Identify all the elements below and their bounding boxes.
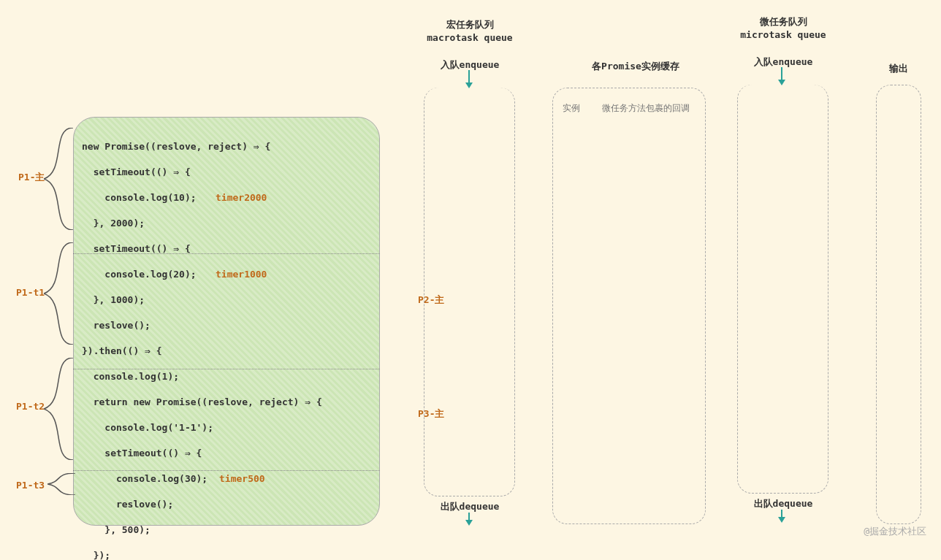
macrotask-enqueue-label: 入队enqueue — [397, 58, 543, 72]
microtask-queue-box — [737, 85, 828, 494]
macrotask-dequeue-label: 出队dequeue — [397, 500, 543, 513]
section-label-p1-t2: P1-t2 — [16, 401, 45, 412]
brace-icon — [44, 358, 77, 460]
watermark: @掘金技术社区 — [864, 525, 926, 538]
code-line: }); — [73, 549, 941, 561]
macrotask-title-en: macrotask queue — [397, 32, 543, 43]
code-line: }, 500); — [73, 523, 941, 537]
microtask-title-en: microtask queue — [710, 29, 856, 40]
section-label-p1-t3: P1-t3 — [16, 480, 45, 491]
macrotask-title-cn: 宏任务队列 — [397, 18, 543, 31]
section-divider — [73, 470, 380, 471]
microtask-dequeue-label: 出队dequeue — [710, 497, 856, 510]
arrow-head-icon — [465, 520, 473, 526]
microtask-title-cn: 微任务队列 — [710, 15, 856, 28]
brace-icon — [47, 473, 75, 495]
section-label-p1-main: P1-主 — [18, 171, 45, 184]
brace-icon — [44, 128, 77, 230]
promise-cache-col-instance: 实例 — [563, 102, 580, 115]
promise-cache-box — [552, 88, 706, 524]
promise-cache-title: 各Promise实例缓存 — [563, 60, 709, 73]
arrow-head-icon — [778, 517, 785, 523]
timer-label: timer2000 — [216, 191, 267, 204]
section-divider — [73, 369, 380, 369]
timer-label: timer1000 — [216, 268, 267, 281]
section-divider — [73, 253, 380, 254]
promise-cache-col-callback: 微任务方法包裹的回调 — [602, 102, 690, 115]
section-label-p1-t1: P1-t1 — [16, 287, 45, 298]
output-title: 输出 — [826, 62, 941, 75]
output-box — [876, 85, 921, 524]
brace-icon — [44, 242, 77, 345]
macrotask-queue-box — [424, 88, 515, 496]
timer-label: timer500 — [219, 472, 265, 486]
